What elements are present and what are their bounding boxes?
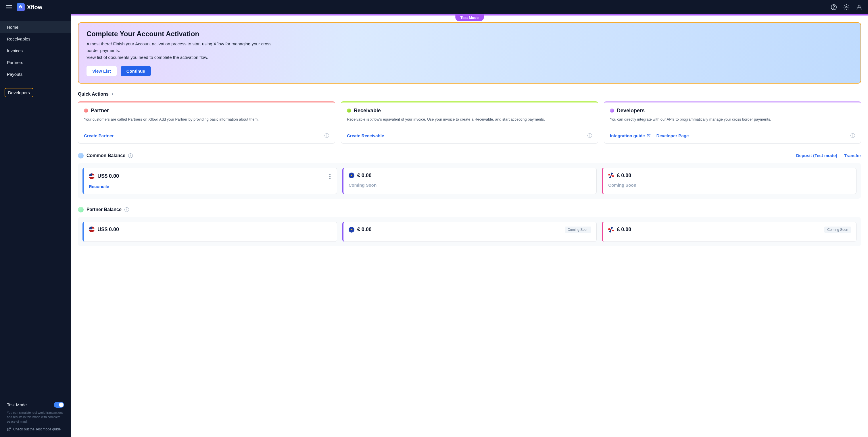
common-balance-panel: US$ 0.00 Reconcile ★ € 0.00 xyxy=(78,163,861,199)
profile-icon[interactable] xyxy=(856,4,862,10)
activation-card: Complete Your Account Activation Almost … xyxy=(78,23,861,83)
info-icon[interactable]: i xyxy=(850,133,855,138)
qa-card-partner: Partner Your customers are called Partne… xyxy=(78,101,335,143)
test-mode-label: Test Mode xyxy=(7,402,27,407)
flag-us-icon xyxy=(89,227,95,232)
flag-uk-icon xyxy=(608,227,614,233)
info-icon[interactable]: i xyxy=(128,153,133,158)
test-mode-banner: Test Mode xyxy=(71,14,868,15)
flag-eu-icon: ★ xyxy=(349,227,354,233)
continue-button[interactable]: Continue xyxy=(121,66,151,76)
balance-amount: US$ 0.00 xyxy=(97,227,119,233)
common-balance-title: Common Balance xyxy=(87,153,125,158)
activation-title: Complete Your Account Activation xyxy=(87,30,852,38)
qa-title: Partner xyxy=(91,108,109,114)
nav-divider xyxy=(7,83,13,83)
external-link-icon xyxy=(7,427,11,431)
sidebar: Home Receivables Invoices Partners Payou… xyxy=(0,14,71,437)
quick-actions-header[interactable]: Quick Actions xyxy=(78,92,861,97)
balance-amount: £ 0.00 xyxy=(617,227,631,233)
balance-card-eur: ★ € 0.00 Coming Soon xyxy=(342,168,597,194)
activation-desc-2: View list of documents you need to compl… xyxy=(87,54,282,61)
nav-payouts[interactable]: Payouts xyxy=(0,68,71,80)
settings-icon[interactable] xyxy=(843,4,849,10)
kebab-menu-icon[interactable] xyxy=(328,173,332,180)
integration-guide-link[interactable]: Integration guide xyxy=(610,133,651,138)
qa-card-developers: Developers You can directly integrate wi… xyxy=(604,101,861,143)
balance-card-usd: US$ 0.00 xyxy=(83,222,337,242)
transfer-link[interactable]: Transfer xyxy=(844,153,861,158)
balance-card-gbp: £ 0.00 Coming Soon xyxy=(602,168,857,194)
reconcile-link[interactable]: Reconcile xyxy=(89,184,109,189)
dot-icon xyxy=(610,108,614,112)
view-list-button[interactable]: View List xyxy=(87,66,117,76)
balance-amount: € 0.00 xyxy=(357,227,372,233)
dot-icon xyxy=(84,108,88,112)
activation-desc-1: Almost there! Finish your Account activa… xyxy=(87,41,282,54)
nav-invoices[interactable]: Invoices xyxy=(0,45,71,57)
menu-toggle-icon[interactable] xyxy=(6,5,12,9)
balance-amount: £ 0.00 xyxy=(617,173,631,178)
dot-icon xyxy=(78,153,84,159)
flag-uk-icon xyxy=(608,173,614,178)
nav-home[interactable]: Home xyxy=(0,21,71,33)
nav-developers[interactable]: Developers xyxy=(5,88,33,97)
flag-eu-icon: ★ xyxy=(349,173,354,178)
quick-actions-title: Quick Actions xyxy=(78,92,108,97)
qa-title: Developers xyxy=(617,108,645,114)
main-content: Test Mode Complete Your Account Activati… xyxy=(71,14,868,437)
deposit-link[interactable]: Deposit (Test mode) xyxy=(796,153,837,158)
test-mode-guide-link[interactable]: Check out the Test mode guide xyxy=(7,427,64,431)
brand-logo[interactable]: Xflow xyxy=(17,3,42,11)
chevron-right-icon xyxy=(111,93,114,96)
developer-page-link[interactable]: Developer Page xyxy=(656,133,689,138)
create-receivable-link[interactable]: Create Receivable xyxy=(347,133,384,138)
test-mode-description: You can simulate real world transactions… xyxy=(7,411,64,424)
create-partner-link[interactable]: Create Partner xyxy=(84,133,114,138)
coming-soon-label: Coming Soon xyxy=(608,182,636,188)
coming-soon-label: Coming Soon xyxy=(349,182,377,188)
qa-desc: Receivable is Xflow's equivalent of your… xyxy=(347,116,592,128)
balance-card-usd: US$ 0.00 Reconcile xyxy=(83,168,337,194)
coming-soon-badge: Coming Soon xyxy=(824,227,851,233)
partner-balance-title: Partner Balance xyxy=(87,207,122,212)
balance-amount: US$ 0.00 xyxy=(97,173,119,179)
nav-receivables[interactable]: Receivables xyxy=(0,33,71,45)
svg-point-3 xyxy=(858,5,860,7)
external-link-icon xyxy=(647,134,651,138)
info-icon[interactable]: i xyxy=(124,207,129,212)
svg-point-1 xyxy=(834,8,834,9)
qa-card-receivable: Receivable Receivable is Xflow's equival… xyxy=(341,101,598,143)
balance-card-eur: ★ € 0.00 Coming Soon xyxy=(342,222,597,242)
svg-point-2 xyxy=(845,6,847,8)
dot-icon xyxy=(78,207,84,212)
qa-desc: Your customers are called Partners on Xf… xyxy=(84,116,329,128)
dot-icon xyxy=(347,108,351,112)
logo-icon xyxy=(17,3,25,11)
flag-us-icon xyxy=(89,173,95,179)
app-header: Xflow xyxy=(0,0,868,14)
balance-card-gbp: £ 0.00 Coming Soon xyxy=(602,222,857,242)
info-icon[interactable]: i xyxy=(324,133,329,138)
coming-soon-badge: Coming Soon xyxy=(565,227,591,233)
partner-balance-panel: US$ 0.00 ★ € 0.00 Coming Soon xyxy=(78,217,861,246)
help-icon[interactable] xyxy=(831,4,837,10)
qa-desc: You can directly integrate with our APIs… xyxy=(610,116,855,128)
balance-amount: € 0.00 xyxy=(357,173,372,178)
info-icon[interactable]: i xyxy=(587,133,592,138)
test-mode-toggle[interactable] xyxy=(54,402,64,408)
test-mode-badge: Test Mode xyxy=(455,14,484,21)
nav-partners[interactable]: Partners xyxy=(0,57,71,68)
qa-title: Receivable xyxy=(354,108,381,114)
brand-name: Xflow xyxy=(27,4,42,11)
